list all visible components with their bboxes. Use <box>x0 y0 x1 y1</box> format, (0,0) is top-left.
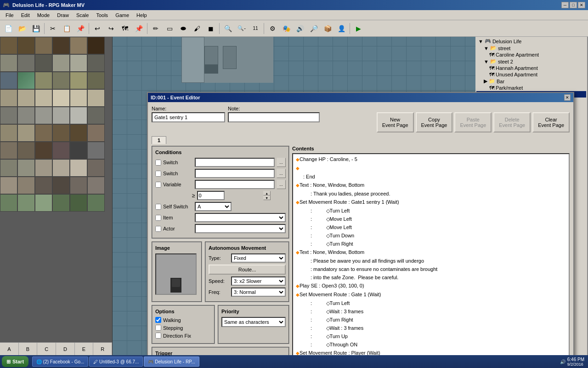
audio-btn[interactable]: 🔊 <box>294 22 306 35</box>
menu-help[interactable]: Help <box>133 12 151 19</box>
fill-btn[interactable]: 🖌 <box>191 22 204 35</box>
spin-down-button[interactable]: ▼ <box>263 196 271 200</box>
content-line-13[interactable]: : Please be aware you and all findings w… <box>294 257 568 265</box>
speed-select[interactable]: 1: x8 Slower 2: x4 Slower 3: x2 Slower 4… <box>231 276 286 286</box>
direction-checkbox[interactable] <box>155 333 161 339</box>
resources-btn[interactable]: 📦 <box>321 22 334 35</box>
variable-checkbox[interactable] <box>155 182 161 188</box>
stepping-checkbox[interactable] <box>155 325 161 331</box>
name-input[interactable] <box>152 112 225 122</box>
delete-event-page-button[interactable]: Delete Event Page <box>493 112 531 132</box>
content-line-7[interactable]: : ◇Turn Left <box>294 207 568 215</box>
redo-btn[interactable]: ↪ <box>105 22 118 35</box>
ge-value-input[interactable] <box>198 193 263 198</box>
zoom-out-btn[interactable]: 🔍- <box>235 22 248 35</box>
menu-tools[interactable]: Tools <box>92 12 112 19</box>
content-line-14[interactable]: : mandatory scan to ensure no contaminat… <box>294 265 568 273</box>
route-button[interactable]: Route... <box>209 264 286 275</box>
priority-select[interactable]: Below characters Same as characters Abov… <box>221 317 286 327</box>
actors-btn[interactable]: 🎭 <box>280 22 293 35</box>
taskbar-facebook[interactable]: 🌐 (2) Facebook - Go... <box>32 356 88 367</box>
content-line-15[interactable]: : into the safe Zone. Please be careful. <box>294 273 568 282</box>
menu-mode[interactable]: Mode <box>34 12 54 19</box>
menu-file[interactable]: File <box>2 12 17 19</box>
copy-btn[interactable]: 📋 <box>60 22 73 35</box>
note-input[interactable] <box>228 112 320 122</box>
palette-tab-a[interactable]: A <box>0 343 19 355</box>
item-checkbox[interactable] <box>155 215 161 221</box>
palette-tab-d[interactable]: D <box>56 343 75 355</box>
zoom-num-btn[interactable]: 11 <box>249 22 262 35</box>
content-line-22[interactable]: : ◇Turn Up <box>294 332 568 340</box>
find-btn[interactable]: 🔎 <box>307 22 320 35</box>
dialog-close-button[interactable]: ✕ <box>564 94 571 101</box>
content-line-16[interactable]: ◆Play SE : Open3 (30, 100, 0) <box>294 282 568 290</box>
switch1-input[interactable] <box>195 158 275 167</box>
undo-btn[interactable]: ↩ <box>91 22 104 35</box>
clear-event-page-button[interactable]: Clear Event Page <box>532 112 570 132</box>
tree-item-street[interactable]: ▼ 📂 street <box>476 45 586 52</box>
tree-item-park[interactable]: 🗺 Park/market <box>476 85 586 91</box>
variable-pick-button[interactable]: ... <box>277 180 286 189</box>
content-line-6[interactable]: ◆Set Movement Route : Gate1 sentry 1 (Wa… <box>294 198 568 207</box>
tree-item-hannah[interactable]: 🗺 Hannah Apartment <box>476 65 586 71</box>
actor-checkbox[interactable] <box>155 226 161 232</box>
settings-btn[interactable]: ⚙ <box>266 22 279 35</box>
rect-btn[interactable]: ▭ <box>163 22 176 35</box>
switch1-checkbox[interactable] <box>155 160 161 166</box>
type-select[interactable]: Fixed Random Approach Custom <box>231 253 286 263</box>
pin-btn[interactable]: 📌 <box>132 22 145 35</box>
switch1-pick-button[interactable]: ... <box>277 158 286 167</box>
switch2-pick-button[interactable]: ... <box>277 169 286 178</box>
char-btn[interactable]: 👤 <box>335 22 348 35</box>
content-line-19[interactable]: : ◇Wait : 3 frames <box>294 307 568 316</box>
freq-select[interactable]: 1: Lowest 2: Lower 3: Normal 4: Higher 5… <box>231 288 286 297</box>
taskbar-photoshop[interactable]: 🖊 Untitled-3 @ 66.7... <box>89 356 143 367</box>
menu-scale[interactable]: Scale <box>73 12 93 19</box>
content-line-21[interactable]: : ◇Wait : 3 frames <box>294 324 568 332</box>
menu-draw[interactable]: Draw <box>53 12 73 19</box>
paste-btn[interactable]: 📌 <box>74 22 87 35</box>
new-btn[interactable]: 📄 <box>2 22 15 35</box>
tree-item-bar[interactable]: ▶ 📁 Bar <box>476 78 586 85</box>
new-event-page-button[interactable]: New Event Page <box>377 112 414 132</box>
menu-edit[interactable]: Edit <box>17 12 34 19</box>
menu-game[interactable]: Game <box>112 12 133 19</box>
play-btn[interactable]: ▶ <box>352 22 365 35</box>
pencil-btn[interactable]: ✏ <box>149 22 162 35</box>
map-btn[interactable]: 🗺 <box>119 22 131 35</box>
spin-up-button[interactable]: ▲ <box>263 191 271 196</box>
tree-item-steet2[interactable]: ▼ 📂 steet 2 <box>476 58 586 65</box>
actor-select[interactable] <box>195 224 286 233</box>
ge-spinbox[interactable]: ▲ ▼ <box>197 191 225 200</box>
selfswitch-select[interactable]: ABCD <box>195 202 232 211</box>
content-line-11[interactable]: : ◇Turn Right <box>294 240 568 248</box>
content-line-1[interactable]: ◆Change HP : Caroline, - 5 <box>294 155 568 164</box>
switch2-input[interactable] <box>195 169 275 178</box>
content-line-8[interactable]: : ◇Move Left <box>294 215 568 223</box>
start-button[interactable]: ⊞ Start <box>2 356 28 367</box>
close-button[interactable]: ✕ <box>578 2 585 8</box>
content-line-3[interactable]: : End <box>294 172 568 181</box>
tree-item-unused[interactable]: 🗺 Unused Apartment <box>476 71 586 78</box>
save-btn[interactable]: 💾 <box>29 22 42 35</box>
palette-tab-r[interactable]: R <box>93 343 112 355</box>
content-line-12[interactable]: ◆Text : None, Window, Bottom <box>294 248 568 257</box>
content-line-2[interactable]: ◆ <box>294 164 568 172</box>
shadow-btn[interactable]: ◼ <box>204 22 217 35</box>
palette-tab-e[interactable]: E <box>75 343 94 355</box>
paste-event-page-button[interactable]: Paste Event Page <box>454 112 492 132</box>
content-line-10[interactable]: : ◇Turn Down <box>294 231 568 240</box>
item-select[interactable] <box>195 213 286 222</box>
walking-checkbox[interactable] <box>155 317 161 323</box>
palette-tab-b[interactable]: B <box>19 343 38 355</box>
selfswitch-checkbox[interactable] <box>155 204 161 210</box>
open-btn[interactable]: 📂 <box>16 22 28 35</box>
tree-item-root[interactable]: ▼ 🎮 Delusion Life <box>476 38 586 45</box>
palette-tab-c[interactable]: C <box>37 343 56 355</box>
page-tab-1[interactable]: 1 <box>152 136 166 144</box>
contents-panel[interactable]: ◆Change HP : Caroline, - 5 ◆ : End ◆Text… <box>292 153 570 362</box>
content-line-20[interactable]: : ◇Turn Right <box>294 316 568 324</box>
content-line-5[interactable]: : Thank you ladies, please proceed. <box>294 190 568 198</box>
content-line-17[interactable]: ◆Set Movement Route : Gate 1 (Wait) <box>294 290 568 299</box>
